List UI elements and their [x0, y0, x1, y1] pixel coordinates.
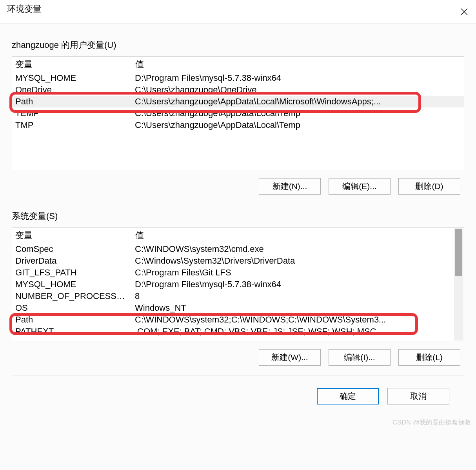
titlebar: 环境变量	[0, 0, 476, 24]
user-edit-button[interactable]: 编辑(E)...	[329, 178, 391, 195]
table-row[interactable]: PATHEXT .COM;.EXE;.BAT;.CMD;.VBS;.VBE;.J…	[12, 326, 454, 337]
user-col-val[interactable]: 值	[132, 57, 464, 72]
table-row[interactable]: NUMBER_OF_PROCESSORS 8	[12, 290, 454, 302]
system-col-var[interactable]: 变量	[12, 228, 132, 243]
table-row[interactable]: OneDrive C:\Users\zhangzuoge\OneDrive	[12, 84, 464, 96]
user-delete-button[interactable]: 删除(D)	[398, 178, 460, 195]
table-row[interactable]: OS Windows_NT	[12, 302, 454, 314]
table-row[interactable]: TEMP C:\Users\zhangzuoge\AppData\Local\T…	[12, 107, 464, 119]
system-col-val[interactable]: 值	[132, 228, 454, 243]
scrollbar-thumb[interactable]	[455, 229, 462, 276]
ok-button[interactable]: 确定	[317, 388, 379, 404]
table-row[interactable]: TMP C:\Users\zhangzuoge\AppData\Local\Te…	[12, 119, 464, 131]
close-button[interactable]	[452, 3, 476, 20]
system-delete-button[interactable]: 删除(L)	[398, 349, 460, 366]
table-row[interactable]: ComSpec C:\WINDOWS\system32\cmd.exe	[12, 243, 454, 255]
table-row[interactable]: Path C:\Users\zhangzuoge\AppData\Local\M…	[12, 96, 464, 107]
table-row[interactable]: MYSQL_HOME D:\Program Files\mysql-5.7.38…	[12, 279, 454, 290]
watermark: CSDN @我的爱由键盘拯救	[392, 419, 471, 427]
close-icon	[461, 8, 468, 15]
user-vars-label: zhangzuoge 的用户变量(U)	[12, 39, 464, 51]
system-vars-label: 系统变量(S)	[12, 210, 464, 222]
system-scrollbar[interactable]	[454, 228, 463, 341]
table-row[interactable]: DriverData C:\Windows\System32\Drivers\D…	[12, 255, 454, 267]
cancel-button[interactable]: 取消	[387, 388, 449, 404]
table-row[interactable]: Path C:\WINDOWS\system32;C:\WINDOWS;C:\W…	[12, 314, 454, 326]
table-row[interactable]: GIT_LFS_PATH C:\Program Files\Git LFS	[12, 267, 454, 279]
window-title: 环境变量	[7, 3, 42, 15]
system-vars-table[interactable]: 变量 值 ComSpec C:\WINDOWS\system32\cmd.exe…	[12, 228, 464, 341]
system-new-button[interactable]: 新建(W)...	[259, 349, 321, 366]
system-edit-button[interactable]: 编辑(I)...	[329, 349, 391, 366]
user-col-var[interactable]: 变量	[12, 57, 132, 72]
table-row[interactable]: MYSQL_HOME D:\Program Files\mysql-5.7.38…	[12, 72, 464, 84]
user-new-button[interactable]: 新建(N)...	[259, 178, 321, 195]
user-vars-table[interactable]: 变量 值 MYSQL_HOME D:\Program Files\mysql-5…	[12, 56, 464, 170]
